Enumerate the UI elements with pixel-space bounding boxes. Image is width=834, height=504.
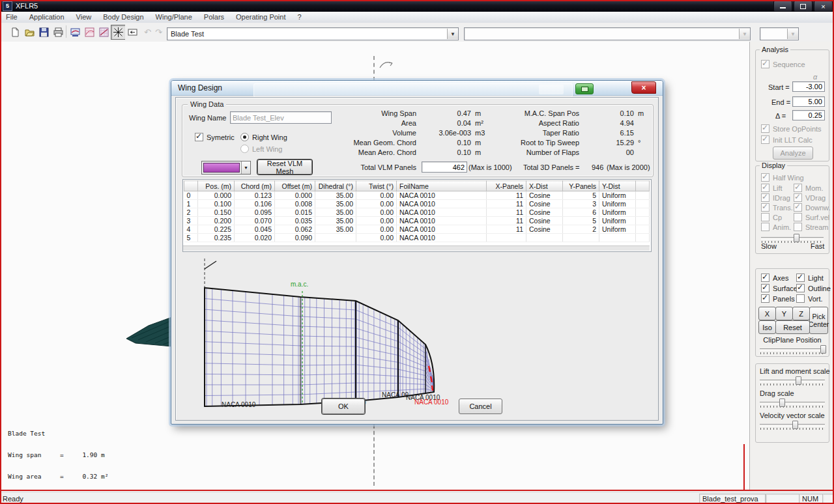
lift-scale-slider[interactable] [760, 376, 825, 386]
velocity-scale-slider[interactable] [760, 421, 825, 430]
half-wing-checkbox[interactable]: Half Wing [761, 173, 804, 182]
delta-input[interactable] [792, 110, 825, 120]
analyze-button[interactable]: Analyze [773, 147, 813, 160]
table-cell[interactable]: 2 [563, 225, 599, 234]
surfaces-checkbox[interactable]: Surfaces [761, 284, 801, 292]
table-cell[interactable]: 0.035 [275, 217, 315, 225]
table-cell[interactable]: Uniform [599, 208, 636, 217]
sections-table[interactable]: Pos. (m)Chord (m)Offset (m)Dihedral (°)T… [184, 180, 650, 242]
anim-checkbox[interactable]: Anim. [761, 223, 791, 231]
table-cell[interactable]: 35.00 [315, 191, 356, 200]
table-cell[interactable]: 0.00 [356, 200, 397, 208]
slider-thumb[interactable] [820, 345, 826, 354]
table-cell[interactable]: 11 [487, 208, 526, 217]
table-cell[interactable] [636, 217, 650, 225]
table-cell[interactable] [636, 200, 650, 208]
table-cell[interactable]: Cosine [526, 200, 563, 208]
table-cell[interactable]: 0.200 [198, 217, 235, 225]
table-cell[interactable]: 2 [184, 208, 198, 217]
table-cell[interactable] [636, 234, 650, 242]
table-cell[interactable]: 35.00 [315, 217, 356, 225]
view-z-button[interactable]: Z [792, 307, 810, 320]
table-cell[interactable]: 0.070 [235, 217, 275, 225]
table-cell[interactable]: Uniform [599, 225, 636, 234]
table-cell[interactable]: 4 [184, 225, 198, 234]
table-cell[interactable]: 35.00 [315, 200, 356, 208]
inverse-design-button[interactable] [82, 25, 97, 40]
dialog-title-bar[interactable]: Wing Design × [171, 81, 663, 96]
save-button[interactable] [36, 25, 51, 40]
table-cell[interactable]: Cosine [526, 225, 563, 234]
table-cell[interactable] [636, 208, 650, 217]
table-cell[interactable]: 0.00 [356, 234, 397, 242]
table-cell[interactable]: 11 [487, 191, 526, 200]
table-cell[interactable]: 0.095 [235, 208, 275, 217]
table-cell[interactable]: 0.100 [198, 200, 235, 208]
reset-view-button[interactable]: Reset [775, 320, 810, 334]
table-cell[interactable]: Uniform [599, 191, 636, 200]
table-cell[interactable]: 0.00 [356, 225, 397, 234]
close-button[interactable]: × [814, 1, 833, 12]
dock-view-button[interactable] [125, 25, 140, 40]
table-cell[interactable]: NACA 0010 [397, 234, 487, 242]
table-cell[interactable]: 0.000 [198, 191, 235, 200]
table-cell[interactable] [487, 234, 526, 242]
table-cell[interactable]: Cosine [526, 191, 563, 200]
table-cell[interactable]: 5 [184, 234, 198, 242]
dialog-green-button[interactable] [575, 83, 594, 94]
vdrag-checkbox[interactable]: VDrag [794, 193, 826, 202]
pick-center-button[interactable]: Pick Center [809, 307, 828, 334]
print-button[interactable] [51, 25, 66, 40]
table-cell[interactable]: 0.225 [198, 225, 235, 234]
table-cell[interactable]: 1 [184, 200, 198, 208]
menu-item-view[interactable]: View [70, 12, 98, 23]
table-cell[interactable]: 0.015 [275, 208, 315, 217]
table-cell[interactable]: NACA 0010 [397, 200, 487, 208]
table-cell[interactable]: 0.123 [235, 191, 275, 200]
plane-select-combo[interactable]: Blade Test ▼ [167, 27, 459, 40]
table-cell[interactable] [563, 234, 599, 242]
drag-scale-slider[interactable] [760, 399, 825, 408]
menu-item-wing-plane[interactable]: Wing/Plane [150, 12, 198, 23]
downwash-checkbox[interactable]: Downw. [794, 203, 831, 212]
slider-thumb[interactable] [792, 421, 798, 429]
reset-vlm-mesh-button[interactable]: Reset VLM Mesh [257, 160, 312, 175]
table-cell[interactable]: 0.020 [235, 234, 275, 242]
clipplane-slider[interactable] [760, 345, 825, 355]
table-cell[interactable]: 35.00 [315, 225, 356, 234]
table-cell[interactable]: NACA 0010 [397, 208, 487, 217]
table-cell[interactable]: 0.008 [275, 200, 315, 208]
wing-color-combo[interactable]: ▼ [201, 161, 251, 175]
menu-item-help[interactable]: ? [291, 12, 307, 23]
sequence-checkbox[interactable]: Sequence [761, 60, 805, 68]
table-cell[interactable] [315, 234, 356, 242]
dialog-close-button[interactable]: × [631, 81, 656, 94]
table-scrollbar-track[interactable] [183, 245, 650, 251]
table-cell[interactable] [526, 234, 563, 242]
axes-checkbox[interactable]: Axes [761, 273, 788, 282]
ok-button[interactable]: OK [322, 399, 365, 414]
table-cell[interactable]: 0.150 [198, 208, 235, 217]
slider-thumb[interactable] [794, 234, 799, 242]
table-cell[interactable]: Cosine [526, 208, 563, 217]
table-cell[interactable]: 5 [563, 217, 599, 225]
lift-checkbox[interactable]: Lift [761, 184, 783, 192]
slider-thumb[interactable] [796, 376, 801, 385]
menu-item-polars[interactable]: Polars [198, 12, 230, 23]
panels-checkbox[interactable]: Panels [761, 294, 795, 303]
table-cell[interactable]: 35.00 [315, 208, 356, 217]
table-cell[interactable]: Uniform [599, 217, 636, 225]
menu-item-operating-point[interactable]: Operating Point [230, 12, 291, 23]
right-wing-radio[interactable]: Right Wing [240, 133, 287, 141]
end-input[interactable] [792, 96, 825, 107]
foil-design-button[interactable] [68, 25, 83, 40]
menu-item-application[interactable]: Application [23, 12, 70, 23]
slider-thumb[interactable] [779, 399, 785, 407]
table-cell[interactable]: 0.045 [235, 225, 275, 234]
redo-button[interactable]: ↷ [151, 25, 166, 40]
table-cell[interactable]: NACA 0010 [397, 217, 487, 225]
table-cell[interactable]: 0.235 [198, 234, 235, 242]
stream-checkbox[interactable]: Stream [794, 223, 828, 231]
table-cell[interactable]: Uniform [599, 200, 636, 208]
iso-view-button[interactable]: Iso [758, 320, 776, 334]
